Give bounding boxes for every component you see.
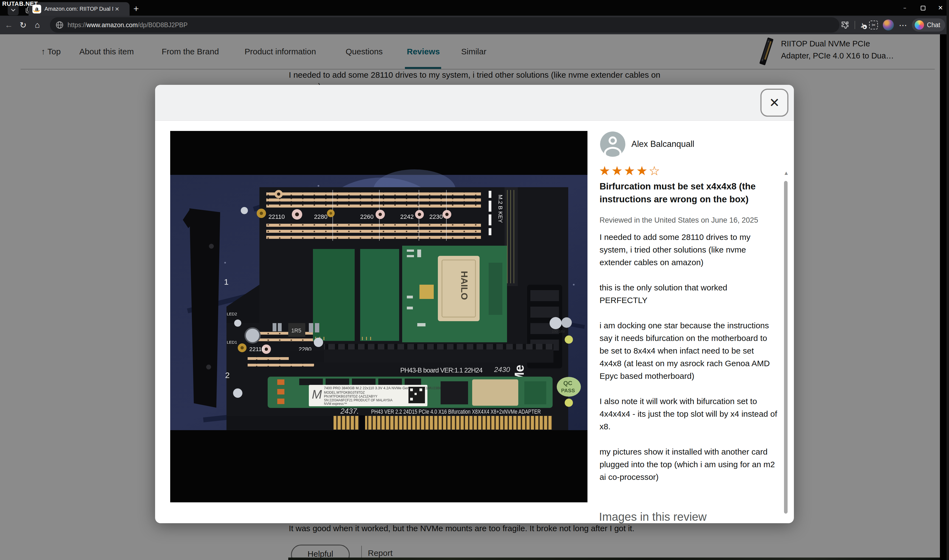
url-path: /dp/B0D8BJ2PBP <box>138 22 188 29</box>
url-text: https://www.amazon.com/dp/B0D8BJ2PBP <box>68 22 188 29</box>
svg-text:2280: 2280 <box>314 213 328 220</box>
modal-close-button[interactable]: ✕ <box>760 89 788 117</box>
svg-text:2260: 2260 <box>360 213 374 220</box>
web-capture-icon[interactable]: ✂ <box>869 21 878 29</box>
url-scheme: https:// <box>68 22 86 29</box>
qc-label-2: PASS <box>561 388 575 393</box>
play-badge-icon: ▶ <box>863 25 867 29</box>
reviewer-name[interactable]: Alex Balcanquall <box>631 139 694 149</box>
m2-key-label: M.2 B KEY <box>497 195 504 223</box>
led1-label: LED1 <box>227 340 237 345</box>
pci-bracket <box>189 208 220 408</box>
browser-tab[interactable]: a Amazon.com: RIITOP Dual NVMe P ✕ <box>29 2 129 15</box>
ssd-label-line3: PN:MTFDKBG3T8TDZ-1AZ1ZABYY <box>324 394 377 398</box>
review-paragraph: this is the only solution that worked PE… <box>600 282 777 307</box>
review-body: I needed to add some 28110 drives to my … <box>600 231 777 496</box>
panel-scroll-up-icon[interactable]: ▲ <box>783 170 789 176</box>
green-module-2 <box>360 249 399 341</box>
slot1-number: 1 <box>224 277 229 286</box>
svg-text:2242: 2242 <box>400 213 414 220</box>
home-button[interactable]: ⌂ <box>30 20 45 30</box>
review-paragraph: my pictures show it installed with anoth… <box>600 446 777 483</box>
images-in-review-heading: Images in this review <box>599 510 707 523</box>
review-paragraph: i am docking one star because the instru… <box>600 319 777 382</box>
toolbar-right-icons: ♪▶ ✂ ⋯ Chat <box>841 15 945 34</box>
url-host: www.amazon.com <box>86 22 138 29</box>
tab-title: Amazon.com: RIITOP Dual NVMe P <box>45 6 113 12</box>
extensions-puzzle-icon[interactable] <box>841 21 850 29</box>
address-bar[interactable]: https://www.amazon.com/dp/B0D8BJ2PBP <box>50 17 840 33</box>
maximize-icon <box>921 6 925 11</box>
svg-text:2230: 2230 <box>429 213 443 220</box>
ssd-label-line5: NVM express™ <box>324 402 347 406</box>
review-paragraph: I also note it will work with bifurcatio… <box>600 395 777 433</box>
review-title: Birfurcation must be set x4x4x8 (the ins… <box>600 180 767 206</box>
led2-label: LED2 <box>227 312 237 316</box>
panel-scrollbar-thumb[interactable] <box>784 181 788 514</box>
slot2-number: 2 <box>225 371 230 380</box>
refresh-button[interactable]: ↻ <box>16 20 30 30</box>
media-controls-icon[interactable]: ♪▶ <box>860 20 864 30</box>
modal-header <box>155 85 794 121</box>
new-tab-button[interactable]: + <box>134 3 139 14</box>
ssd-label-line4: SN:22034A6FCF21 PRODUCT OF MALAYSIA <box>324 398 392 402</box>
chevron-down-icon <box>11 9 15 12</box>
hailo-chip-label: HAILO <box>459 271 470 300</box>
review-image-modal: ✕ <box>155 85 794 523</box>
board1-silkscreen: PH43-B board VER:1.1 22H24 <box>400 366 483 374</box>
ssd-label-line2: MODEL:MTFDKBG3T8TDZ <box>324 391 365 394</box>
micron-logo: M <box>312 388 322 401</box>
copilot-chat-button[interactable]: Chat <box>912 18 945 32</box>
browser-toolbar: ← ↻ ⌂ https://www.amazon.com/dp/B0D8BJ2P… <box>0 15 949 34</box>
svg-text:22110: 22110 <box>269 213 285 220</box>
minimize-button[interactable]: – <box>898 3 911 13</box>
pcie-gold-fingers <box>334 416 552 429</box>
chat-label: Chat <box>927 22 940 29</box>
filled-stars-icon: ★★★★ <box>599 164 649 178</box>
handwritten-2437: 2437. <box>340 407 359 415</box>
empty-star-icon: ☆ <box>649 164 661 178</box>
board2-silkscreen: PH43 VER 2.2 24D15 PCIe 4.0 X16 Bifurcat… <box>371 408 541 415</box>
review-photo-large: 22110 2280 2260 2242 2230 M.2 B KEY <box>170 131 588 502</box>
window-edge <box>946 0 949 560</box>
qc-label-1: QC <box>563 380 572 386</box>
page-content: ↑ Top About this item From the Brand Pro… <box>0 34 940 560</box>
tab-close-icon[interactable]: ✕ <box>115 6 119 12</box>
avatar-person-icon <box>609 137 617 145</box>
profile-avatar[interactable] <box>883 20 894 31</box>
pcie-slot-ridges <box>324 344 554 350</box>
handwritten-2430: 2430 <box>494 365 510 374</box>
back-button[interactable]: ← <box>2 20 16 30</box>
review-panel: Alex Balcanquall ★★★★☆ Birfurcation must… <box>598 129 791 513</box>
reviewer-avatar[interactable] <box>600 131 625 157</box>
watermark: RUTAB.NET <box>2 0 38 8</box>
toolbar-divider <box>855 21 855 29</box>
hailo-chip <box>438 256 480 321</box>
globe-icon <box>55 21 64 29</box>
star-rating: ★★★★☆ <box>599 163 661 178</box>
micron-ssd: M 7400 PRO 3840GB M.2 22x110 3.3V 4.2A N… <box>268 377 552 408</box>
maximize-button[interactable] <box>917 3 929 13</box>
settings-menu-icon[interactable]: ⋯ <box>899 20 907 30</box>
window-close-button[interactable]: ✕ <box>934 3 947 13</box>
inductor-label: 1R5 <box>291 328 301 334</box>
review-paragraph: I needed to add some 28110 drives to my … <box>600 231 777 269</box>
review-date: Reviewed in the United States on June 16… <box>600 216 758 225</box>
m2-length-label-row2: 22110 <box>249 346 265 352</box>
review-photo-illustration: 22110 2280 2260 2242 2230 M.2 B KEY <box>170 131 588 502</box>
copilot-icon <box>915 20 924 30</box>
cap-label: 100 16V <box>552 329 565 334</box>
browser-chrome: a Amazon.com: RIITOP Dual NVMe P ✕ + – ✕… <box>0 0 949 34</box>
